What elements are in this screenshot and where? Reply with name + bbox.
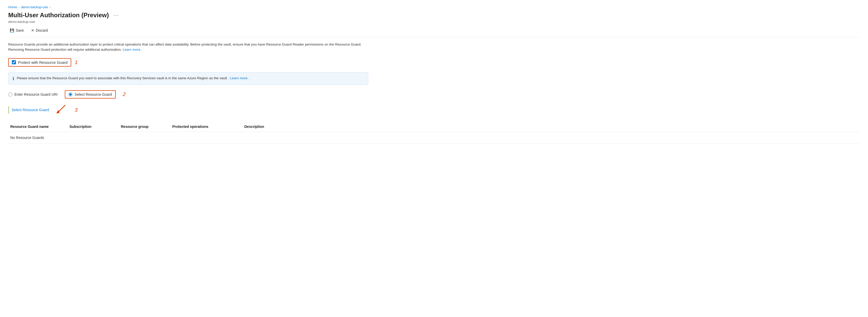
breadcrumb: Home › demo-backup-use › — [8, 5, 860, 9]
save-button[interactable]: 💾 Save — [8, 27, 26, 33]
discard-icon: ✕ — [31, 28, 34, 32]
protect-checkbox-outlined: Protect with Resource Guard — [8, 58, 71, 67]
select-resource-guard-row: Select Resource Guard 3 — [8, 103, 860, 117]
table-empty-row: No Resource Guards — [8, 132, 860, 144]
select-step-number: 3 — [75, 107, 78, 113]
svg-line-0 — [58, 105, 65, 112]
toolbar: 💾 Save ✕ Discard — [8, 27, 860, 33]
select-guard-option[interactable]: Select Resource Guard — [65, 90, 116, 98]
save-label: Save — [16, 28, 24, 32]
table-header-protected-ops: Protected operations — [170, 123, 242, 130]
info-banner-learn-more-link[interactable]: Learn more . — [230, 76, 250, 80]
breadcrumb-demo[interactable]: demo-backup-use — [21, 5, 48, 9]
toolbar-divider — [8, 37, 860, 37]
select-link-outlined: Select Resource Guard — [8, 106, 52, 113]
enter-uri-radio[interactable] — [8, 92, 12, 96]
ellipsis-button[interactable]: ··· — [112, 12, 120, 19]
select-resource-guard-link[interactable]: Select Resource Guard — [11, 108, 49, 112]
info-banner-text: Please ensure that the Resource Guard yo… — [17, 76, 249, 81]
info-banner: ℹ Please ensure that the Resource Guard … — [8, 72, 368, 85]
table-header-name: Resource Guard name — [8, 123, 67, 130]
table-header-subscription: Subscription — [67, 123, 119, 130]
description-text-part2: Removing Resource Guard protection will … — [8, 48, 122, 52]
table-empty-message: No Resource Guards — [8, 135, 67, 141]
svg-marker-1 — [56, 110, 59, 113]
resource-guard-table: Resource Guard name Subscription Resourc… — [8, 121, 860, 144]
page-title: Multi-User Authorization (Preview) — [8, 11, 109, 19]
protect-step-number: 1 — [75, 59, 78, 65]
protect-checkbox-label[interactable]: Protect with Resource Guard — [18, 60, 68, 65]
info-banner-message: Please ensure that the Resource Guard yo… — [17, 76, 228, 80]
table-header-row: Resource Guard name Subscription Resourc… — [8, 121, 860, 132]
discard-label: Discard — [36, 28, 48, 32]
page-title-row: Multi-User Authorization (Preview) ··· — [8, 11, 860, 19]
breadcrumb-home[interactable]: Home — [8, 5, 17, 9]
breadcrumb-chevron2: › — [50, 6, 51, 9]
table-header-resource-group: Resource group — [119, 123, 170, 130]
select-guard-label[interactable]: Select Resource Guard — [74, 92, 112, 96]
red-arrow-svg — [55, 103, 70, 116]
discard-button[interactable]: ✕ Discard — [30, 27, 50, 33]
annotation-arrow — [55, 103, 70, 117]
description-text: Resource Guards provide an additional au… — [8, 42, 394, 53]
page-subtitle: demo-backup-use — [8, 20, 860, 24]
select-guard-radio[interactable] — [68, 92, 72, 96]
info-icon: ℹ — [12, 76, 14, 81]
protect-checkbox[interactable] — [12, 60, 16, 64]
description-text-part1: Resource Guards provide an additional au… — [8, 42, 362, 46]
description-learn-more-link[interactable]: Learn more . — [123, 48, 143, 52]
protect-checkbox-row: Protect with Resource Guard 1 — [8, 58, 860, 67]
save-icon: 💾 — [10, 28, 14, 32]
table-header-description: Description — [242, 123, 304, 130]
enter-uri-label[interactable]: Enter Resource Guard URI — [14, 92, 58, 96]
radio-options-row: Enter Resource Guard URI Select Resource… — [8, 90, 860, 98]
radio-step-number: 2 — [123, 91, 126, 97]
breadcrumb-chevron1: › — [19, 6, 20, 9]
enter-uri-option[interactable]: Enter Resource Guard URI — [8, 92, 58, 96]
